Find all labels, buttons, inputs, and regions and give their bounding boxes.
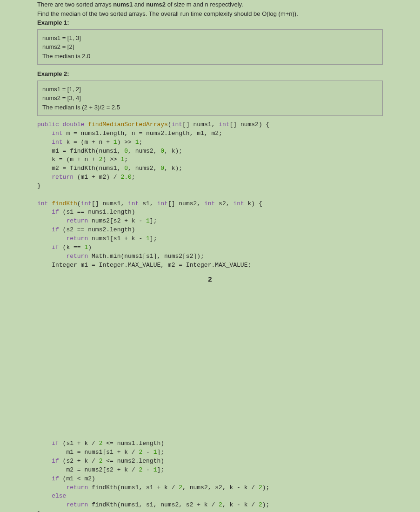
text: , nums2, <box>128 165 160 172</box>
example-2-label: Example 2: <box>37 69 383 79</box>
example-line: nums1 = [1, 3] <box>42 34 378 43</box>
example-1-box: nums1 = [1, 3] nums2 = [2] The median is… <box>37 29 383 65</box>
text: Math.min(nums1[s1], nums2[s2]); <box>88 253 204 260</box>
text: ( <box>77 200 81 207</box>
num: 0 <box>124 148 128 155</box>
text: ; <box>132 174 135 181</box>
text: ); <box>262 501 270 508</box>
num: 2 <box>179 484 182 491</box>
num: 2.0 <box>120 174 131 181</box>
page-gap <box>37 289 383 438</box>
kw: return <box>37 484 88 491</box>
text: [] nums2, <box>168 200 204 207</box>
text: } <box>37 510 41 512</box>
kw: int <box>37 130 63 137</box>
kw: int <box>157 200 167 207</box>
text: k) { <box>244 200 262 207</box>
text: (s1 + k / <box>59 440 99 447</box>
nums1-bold: nums1 <box>113 1 133 8</box>
kw: int <box>37 200 48 207</box>
num: 0 <box>160 148 164 155</box>
kw: double <box>59 121 85 128</box>
text: [] nums2) { <box>230 121 270 128</box>
text: ]; <box>157 466 164 473</box>
kw: int <box>37 139 63 146</box>
text: , k - k / <box>222 501 259 508</box>
text: , nums2, s2, k - k / <box>182 484 259 491</box>
text: - <box>142 466 153 473</box>
kw: if <box>37 209 59 216</box>
text: m2 = findKth(nums1, <box>37 165 124 172</box>
kw: int <box>81 200 92 207</box>
text: k = (m + n + <box>63 139 113 146</box>
text: ; <box>139 139 142 146</box>
text: m1 = findKth(nums1, <box>37 148 124 155</box>
fn-name: findKth <box>48 200 77 207</box>
kw: return <box>37 501 88 508</box>
text: [] nums1, <box>182 121 219 128</box>
kw: int <box>233 200 244 207</box>
example-line: nums2 = [2] <box>42 42 378 52</box>
text: - <box>142 449 153 456</box>
kw: else <box>37 492 66 499</box>
kw: if <box>37 244 59 251</box>
text: There are two sorted arrays <box>37 1 113 8</box>
num: 0 <box>124 165 128 172</box>
kw: return <box>37 235 88 242</box>
document-page: There are two sorted arrays nums1 and nu… <box>0 0 420 512</box>
num: 1 <box>146 217 150 224</box>
page-number: 2 <box>37 275 383 283</box>
text: <= nums1.length) <box>102 440 164 447</box>
kw: if <box>37 475 59 482</box>
kw: int <box>204 200 215 207</box>
text: (s2 + k / <box>59 458 99 465</box>
text: m2 = nums2[s2 + k / <box>37 466 139 473</box>
intro-line-1: There are two sorted arrays nums1 and nu… <box>37 0 383 9</box>
kw: return <box>37 253 88 260</box>
text: Integer m1 = Integer.MAX_VALUE, m2 = Int… <box>37 262 251 269</box>
kw: int <box>172 121 182 128</box>
text: ; <box>124 156 128 163</box>
num: 1 <box>113 139 117 146</box>
text: s2, <box>215 200 233 207</box>
fn-name: findMedianSortedArrays <box>84 121 167 128</box>
text: ( <box>168 121 172 128</box>
kw: return <box>37 217 88 224</box>
text: and <box>133 1 146 8</box>
nums2-bold: nums2 <box>146 1 166 8</box>
text: m1 = nums1[s1 + k / <box>37 449 139 456</box>
text: of size m and n respectively. <box>166 1 243 8</box>
num: 0 <box>160 165 164 172</box>
text: } <box>37 182 41 189</box>
num: 1 <box>146 235 150 242</box>
kw: return <box>37 174 73 181</box>
text: (s1 == nums1.length) <box>59 209 135 216</box>
example-1-label: Example 1: <box>37 18 383 27</box>
text: nums2[s2 + k - <box>88 217 146 224</box>
example-line: nums2 = [3, 4] <box>42 94 378 103</box>
text: ]; <box>157 449 164 456</box>
example-line: The median is (2 + 3)/2 = 2.5 <box>42 103 378 112</box>
code-block-1: public double findMedianSortedArrays(int… <box>37 121 383 269</box>
text: (k == <box>59 244 85 251</box>
text: ]; <box>150 217 157 224</box>
kw: int <box>128 200 139 207</box>
text: ) >> <box>102 156 120 163</box>
text: (s2 == nums2.length) <box>59 226 135 233</box>
text: ]; <box>150 235 157 242</box>
text: ) <box>88 244 92 251</box>
kw: if <box>37 458 59 465</box>
text: findKth(nums1, s1 + k / <box>88 484 179 491</box>
text: [] nums1, <box>92 200 128 207</box>
kw: if <box>37 226 59 233</box>
text: (m1 < m2) <box>59 475 95 482</box>
code-block-2: if (s1 + k / 2 <= nums1.length) m1 = num… <box>37 439 383 512</box>
intro-line-2: Find the median of the two sorted arrays… <box>37 9 383 19</box>
text: , k); <box>164 148 182 155</box>
text: <= nums2.length) <box>102 458 164 465</box>
kw: public <box>37 121 59 128</box>
num: 2 <box>219 501 222 508</box>
text: m = nums1.length, n = nums2.length, m1, … <box>63 130 222 137</box>
text: , nums2, <box>128 148 160 155</box>
num: 2 <box>259 484 262 491</box>
